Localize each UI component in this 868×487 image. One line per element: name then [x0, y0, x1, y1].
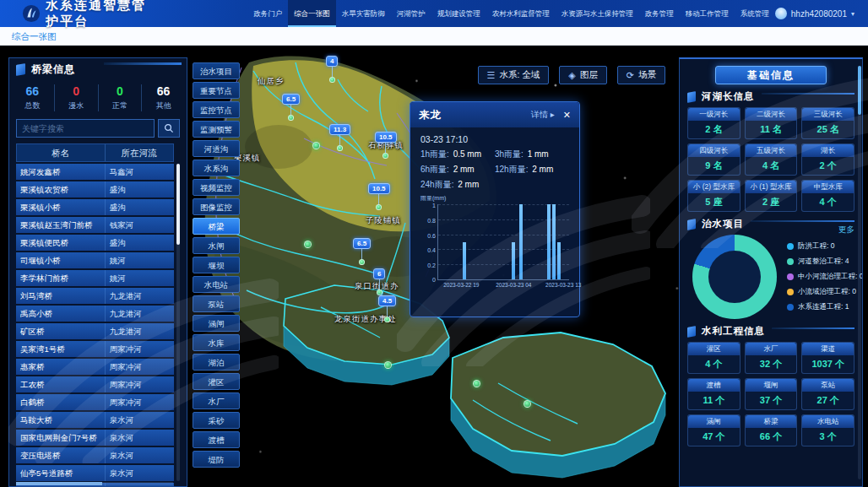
layer-item-20[interactable]: 堤防 [193, 451, 240, 468]
river-name-cell: 九龙港河 [105, 323, 174, 339]
layer-item-11[interactable]: 水电站 [193, 276, 240, 293]
basic-info-button[interactable]: 基础信息 [715, 66, 827, 84]
table-row[interactable]: 变压电塔桥泉水河 [16, 447, 174, 463]
search-button[interactable] [158, 119, 180, 138]
station-dot-icon[interactable] [473, 380, 480, 387]
rain-bar [463, 242, 466, 280]
layer-item-0[interactable]: 治水项目 [193, 62, 240, 79]
layer-item-10[interactable]: 堰坝 [193, 257, 240, 273]
station-marker[interactable]: 10.5 [368, 183, 390, 210]
nav-item-0[interactable]: 政务门户 [247, 0, 288, 27]
nav-item-9[interactable]: 系统管理 [735, 0, 775, 27]
nav-item-5[interactable]: 农村水利监督管理 [486, 0, 556, 27]
bridge-panel-title: 桥梁信息 [31, 62, 75, 77]
bridge-stat-0: 66总数 [11, 84, 55, 111]
engineering-section-title: 水利工程信息 [702, 325, 765, 338]
station-marker[interactable]: 4.5 [378, 295, 396, 322]
layer-item-15[interactable]: 湖泊 [193, 354, 240, 371]
info-cell: 中型水库4 个 [801, 180, 854, 212]
layer-item-16[interactable]: 灌区 [193, 373, 240, 390]
layer-item-1[interactable]: 重要节点 [193, 82, 240, 99]
table-row[interactable]: 禹高小桥九龙港河 [16, 306, 174, 322]
info-cell-value: 4 个 [802, 193, 854, 211]
station-marker[interactable]: 6.5 [353, 238, 371, 265]
layer-item-12[interactable]: 泵站 [193, 295, 240, 312]
close-icon[interactable]: ✕ [563, 111, 571, 120]
nav-item-4[interactable]: 规划建设管理 [431, 0, 486, 27]
layer-item-2[interactable]: 监控节点 [193, 101, 240, 118]
detail-link[interactable]: 详情 ▸ [531, 109, 555, 121]
table-row[interactable]: 李学林门前桥姚河 [16, 270, 174, 286]
chief-section-title: 河湖长信息 [702, 90, 755, 103]
table-scrollbar-thumb[interactable] [176, 164, 180, 245]
bridge-name-cell: 禹高小桥 [16, 306, 105, 322]
nav-item-1[interactable]: 综合一张图 [288, 0, 336, 27]
nav-item-2[interactable]: 水旱灾害防御 [336, 0, 391, 27]
marker-dot-icon [377, 289, 382, 295]
layer-item-8[interactable]: 桥梁 [193, 218, 240, 235]
rain-stats: 1h雨量: 0.5 mm3h雨量: 1 mm6h雨量: 2 mm12h雨量: 2… [410, 147, 579, 191]
table-row[interactable]: 栗溪镇便民桥盛沟 [16, 235, 174, 251]
layer-item-7[interactable]: 图像监控 [193, 198, 240, 215]
table-row[interactable]: 司堰镇小桥姚河 [16, 252, 174, 268]
info-panel-scrollbar-thumb[interactable] [858, 66, 861, 115]
station-dot-icon[interactable] [524, 400, 531, 408]
table-row[interactable]: 马鞍大桥泉水河 [16, 412, 174, 428]
table-row[interactable]: 仙亭5号道路桥泉水河 [16, 465, 174, 481]
marker-stem [385, 143, 386, 153]
station-dot-icon[interactable] [304, 241, 312, 248]
table-row[interactable]: 栗溪镇小桥盛沟 [16, 199, 174, 215]
layer-item-9[interactable]: 水闸 [193, 237, 240, 254]
nav-item-6[interactable]: 水资源与水土保持管理 [556, 0, 639, 27]
info-cell: 泵站27 个 [801, 378, 854, 410]
station-dot-icon[interactable] [312, 142, 320, 149]
table-row[interactable]: 吴家湾1号桥周家冲河 [16, 341, 174, 357]
table-row[interactable]: 惠家桥周家冲河 [16, 359, 174, 375]
layer-item-13[interactable]: 涵闸 [193, 315, 240, 332]
table-hscrollbar-thumb[interactable] [16, 482, 102, 485]
map-control-1[interactable]: ◈图层 [559, 66, 606, 84]
map-control-2[interactable]: ⟳场景 [617, 66, 665, 84]
station-marker[interactable]: 10.5 [375, 132, 397, 159]
layer-menu: 治水项目重要节点监控节点监测预警河道沟水系沟视频监控图像监控桥梁水闸堰坝水电站泵… [193, 62, 240, 468]
river-name-cell: 周家冲河 [105, 376, 174, 392]
station-marker[interactable]: 6.5 [282, 94, 300, 121]
rain-stat-1: 3h雨量: 1 mm [495, 149, 569, 160]
table-row[interactable]: 白鹤桥周家冲河 [16, 394, 174, 410]
layer-item-19[interactable]: 渡槽 [193, 431, 240, 448]
table-row[interactable]: 矿区桥九龙港河 [16, 323, 174, 339]
bridge-name-cell: 栗溪镇赵玉湾门前桥 [16, 217, 105, 233]
station-marker[interactable]: 11.3 [329, 124, 350, 151]
layer-item-4[interactable]: 河道沟 [193, 140, 240, 157]
river-name-cell: 周家冲河 [105, 394, 174, 410]
layer-item-14[interactable]: 水库 [193, 334, 240, 351]
layer-item-18[interactable]: 采砂 [193, 412, 240, 429]
search-input[interactable] [16, 119, 155, 138]
breadcrumb[interactable]: 综合一张图 [0, 27, 868, 46]
station-marker[interactable]: 4 [326, 56, 338, 83]
nav-item-8[interactable]: 移动工作管理 [680, 0, 735, 27]
info-cell: 桥梁66 个 [745, 414, 798, 446]
table-row[interactable]: 姚河发鑫桥马鑫河 [16, 164, 174, 180]
app-logo-icon [22, 4, 41, 23]
info-cell: 一级河长2 名 [687, 107, 741, 139]
panel-corner-icon [16, 63, 25, 76]
nav-item-3[interactable]: 河湖管护 [391, 0, 431, 27]
layer-item-3[interactable]: 监测预警 [193, 121, 240, 138]
table-row[interactable]: 国家电网荆金门7号桥泉水河 [16, 430, 174, 446]
more-link[interactable]: 更多 [838, 225, 854, 235]
info-cell: 涵闸47 个 [687, 414, 741, 446]
rain-stat-4: 24h雨量: 2 mm [420, 179, 569, 191]
table-row[interactable]: 栗溪镇农贸桥盛沟 [16, 181, 174, 198]
map-control-0[interactable]: ☰水系: 全域 [478, 66, 550, 84]
table-row[interactable]: 刘马湾桥九龙港河 [16, 288, 174, 304]
table-row[interactable]: 栗溪镇赵玉湾门前桥钱家河 [16, 217, 174, 233]
layer-item-17[interactable]: 水厂 [193, 392, 240, 409]
table-row[interactable]: 工农桥周家冲河 [16, 376, 174, 392]
user-menu[interactable]: hhzh42080201 ▾ [775, 8, 860, 19]
station-marker[interactable]: 6 [373, 268, 385, 295]
layer-item-6[interactable]: 视频监控 [193, 179, 240, 196]
station-dot-icon[interactable] [384, 361, 392, 369]
nav-item-7[interactable]: 政务管理 [639, 0, 680, 27]
layer-item-5[interactable]: 水系沟 [193, 160, 240, 176]
